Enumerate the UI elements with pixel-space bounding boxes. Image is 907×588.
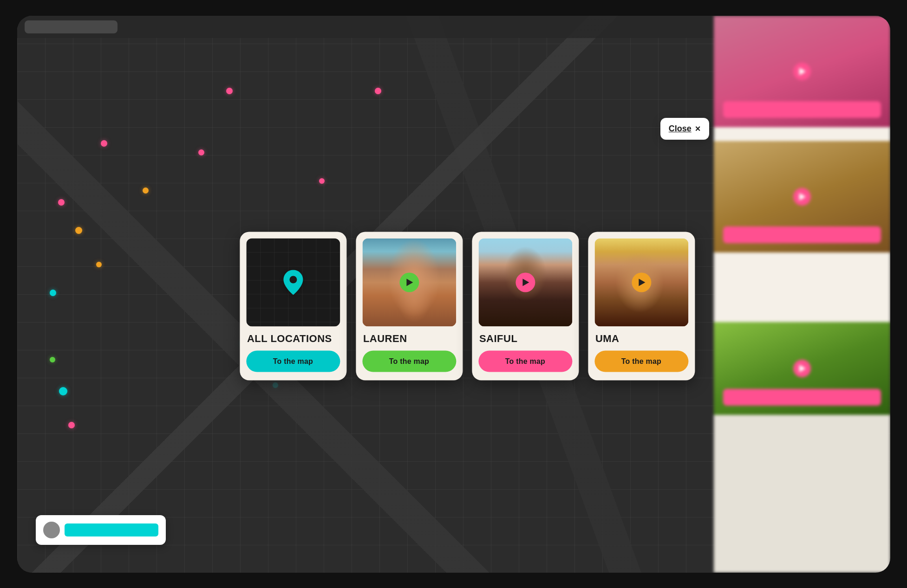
card-image-lauren [362,238,456,326]
play-icon-saiful [522,278,529,286]
map-dot [273,382,278,388]
map-dot [75,227,82,234]
panel-play-2 [793,188,811,206]
to-map-button-lauren[interactable]: To the map [362,350,456,372]
panel-play-icon-2 [799,193,806,200]
map-dot [198,149,204,155]
to-map-button-all-locations[interactable]: To the map [246,350,340,372]
map-dot [319,178,325,184]
panel-play-1 [793,63,811,80]
bottom-info-box [36,515,166,545]
panel-divider-1 [714,127,890,141]
play-icon-uma [639,278,645,286]
play-badge-lauren[interactable] [399,272,419,292]
main-screen: ALL LOCATIONS To the map LAUREN To the m… [17,16,890,573]
card-image-all-locations [246,238,340,326]
card-title-all-locations: ALL LOCATIONS [246,333,340,344]
card-saiful: SAIFUL To the map [472,232,579,380]
card-image-uma [594,238,688,326]
map-dot [96,262,102,267]
card-lauren: LAUREN To the map [356,232,463,380]
card-image-saiful [478,238,572,326]
panel-badge-2 [723,226,881,243]
address-bar[interactable] [25,20,117,33]
map-dot [68,422,75,428]
map-dot [101,140,107,147]
to-map-button-saiful[interactable]: To the map [478,350,572,372]
card-title-lauren: LAUREN [362,333,456,344]
map-dot [58,199,65,206]
map-dot [59,387,67,395]
map-dot [143,187,149,194]
svg-point-0 [289,276,297,283]
close-popup[interactable]: Close × [660,118,709,140]
play-badge-saiful[interactable] [515,272,535,292]
card-all-locations: ALL LOCATIONS To the map [240,232,346,380]
cards-container: ALL LOCATIONS To the map LAUREN To the m… [240,232,695,380]
panel-badge-1 [723,101,881,118]
panel-item-1 [714,16,890,127]
panel-divider-2 [714,252,890,276]
bottom-avatar [43,522,60,538]
map-dot [375,88,381,94]
card-uma: UMA To the map [588,232,695,380]
close-label: Close [669,124,692,134]
right-panel [714,16,890,573]
location-pin-icon [283,270,303,295]
panel-play-icon-1 [799,68,806,75]
panel-text-area [714,276,890,322]
panel-play-3 [793,360,811,377]
card-title-uma: UMA [594,333,688,344]
bottom-info-bar [65,523,158,536]
panel-play-icon-3 [799,365,806,372]
card-title-saiful: SAIFUL [478,333,572,344]
panel-item-2 [714,141,890,252]
panel-badge-3 [723,389,881,406]
map-thumbnail [246,238,340,326]
map-dot [50,290,56,296]
play-badge-uma[interactable] [632,272,651,292]
to-map-button-uma[interactable]: To the map [594,350,688,372]
panel-item-3 [714,322,890,415]
map-dot [50,357,55,362]
play-icon-lauren [406,278,413,286]
close-icon: × [695,123,701,134]
map-dot [226,88,233,94]
